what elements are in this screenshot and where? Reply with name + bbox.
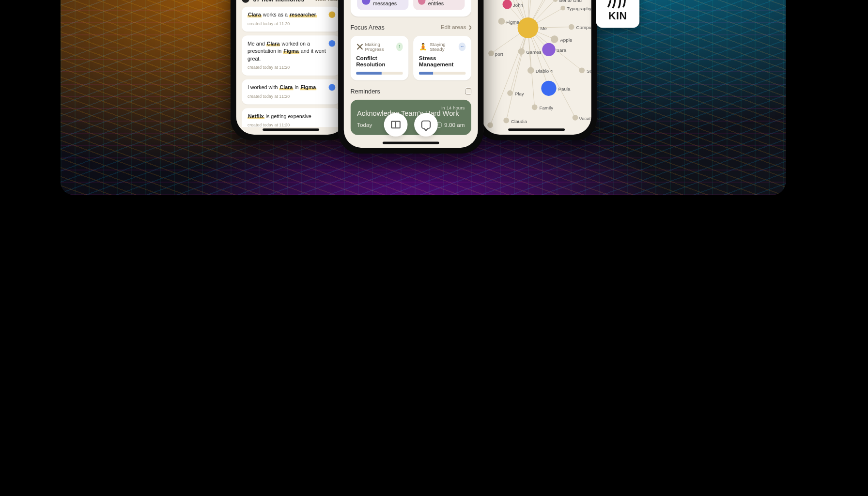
view-node-link[interactable]: View node xyxy=(314,0,340,2)
graph-node[interactable] xyxy=(498,18,505,25)
graph-node[interactable] xyxy=(488,50,494,56)
graph-node[interactable] xyxy=(518,17,539,38)
home-indicator xyxy=(508,128,565,131)
graph-node[interactable] xyxy=(573,115,578,121)
graph-label: port xyxy=(495,51,503,57)
journal-chip[interactable]: 2 journal entries xyxy=(413,0,465,10)
chat-fab[interactable] xyxy=(414,113,438,137)
reminders-title: Reminders xyxy=(350,88,380,95)
knowledge-graph[interactable]: MeSaraPaulaJohnAppleComputerGamesFigmaIc… xyxy=(487,0,586,127)
graph-label: Family xyxy=(539,105,553,110)
graph-label: Me xyxy=(540,26,547,31)
focus-card[interactable]: Making Progress↑Conflict Resolution xyxy=(350,36,408,80)
journal-icon xyxy=(418,0,425,4)
graph-label: Play xyxy=(515,91,524,96)
graph-label: Computer xyxy=(576,25,591,31)
graph-node[interactable] xyxy=(518,48,525,55)
memory-entry[interactable]: Clara works as a researchercreated today… xyxy=(242,7,340,32)
memory-icon xyxy=(242,0,249,3)
copy-icon xyxy=(465,88,471,94)
memory-entry[interactable]: I worked with Clara in Figmacreated toda… xyxy=(242,79,340,105)
graph-phone: 9:41 MeSaraPaulaJohnAppleComputerGamesFi… xyxy=(476,0,597,140)
memory-entry[interactable]: Netflix is getting expensivecreated toda… xyxy=(242,108,340,127)
graph-label: John xyxy=(513,2,523,8)
graph-node[interactable] xyxy=(541,81,556,96)
memories-card[interactable]: 37 new memories created from 13 messages xyxy=(350,0,471,16)
graph-node[interactable] xyxy=(579,67,585,73)
book-icon xyxy=(391,121,401,129)
svg-line-17 xyxy=(506,28,528,121)
graph-label: Son xyxy=(587,68,591,74)
journal-fab[interactable] xyxy=(384,113,408,137)
focus-card[interactable]: 🧘Staying Steady↔Stress Management xyxy=(413,36,471,80)
memory-entry[interactable]: Me and Clara worked on a presentation in… xyxy=(242,35,340,76)
graph-node[interactable] xyxy=(527,67,534,74)
trend-icon: ↑ xyxy=(396,42,403,51)
trend-icon: ↔ xyxy=(459,42,465,51)
messages-chip[interactable]: 13 messages xyxy=(357,0,408,10)
kin-logo: KIN xyxy=(596,0,639,28)
graph-label: Games xyxy=(526,49,541,55)
graph-label: Sara xyxy=(557,47,567,53)
fab-bar xyxy=(384,113,438,137)
messages-icon xyxy=(362,0,370,4)
focus-title: Focus Areas xyxy=(350,24,384,31)
graph-label: Diablo 4 xyxy=(536,68,553,74)
graph-node[interactable] xyxy=(487,123,493,128)
graph-label: Apple xyxy=(560,37,572,43)
fingerprint-icon xyxy=(606,0,629,9)
lotus-icon: 🧘 xyxy=(419,43,427,50)
graph-node[interactable] xyxy=(551,35,558,43)
graph-node[interactable] xyxy=(507,90,513,96)
home-phone: 9:41 Hi, Jenny! 2 How was that marketing xyxy=(338,0,483,154)
graph-label: Figma xyxy=(506,19,519,25)
journal-phone: 9:41 ✂ Monday, 1 January 2024 MTWTFS 567… xyxy=(231,0,352,140)
graph-node[interactable] xyxy=(542,43,555,56)
home-indicator xyxy=(263,128,319,131)
kin-logo-text: KIN xyxy=(608,10,627,22)
graph-node[interactable] xyxy=(560,6,565,11)
tools-icon xyxy=(356,43,362,50)
reminders-copy-icon[interactable] xyxy=(465,88,471,94)
chat-icon xyxy=(421,121,431,129)
graph-node[interactable] xyxy=(569,24,574,30)
graph-node[interactable] xyxy=(503,118,509,124)
svg-line-21 xyxy=(490,28,528,125)
new-memories-summary: 37 new memories xyxy=(253,0,305,2)
graph-label: Typography xyxy=(567,6,591,12)
edit-areas-link[interactable]: Edit areas xyxy=(441,24,471,31)
chevron-right-icon xyxy=(467,25,471,30)
graph-node[interactable] xyxy=(532,104,538,110)
graph-label: Claudia xyxy=(511,119,527,124)
promo-stage: KIN 9:41 ✂ Monday, 1 January 2024 MTWTFS xyxy=(61,0,786,195)
graph-node[interactable] xyxy=(502,0,512,9)
home-indicator xyxy=(383,142,439,144)
graph-label: Bento Grid xyxy=(559,0,582,3)
graph-label: Vacation xyxy=(579,116,591,121)
graph-label: Paula xyxy=(558,86,570,92)
